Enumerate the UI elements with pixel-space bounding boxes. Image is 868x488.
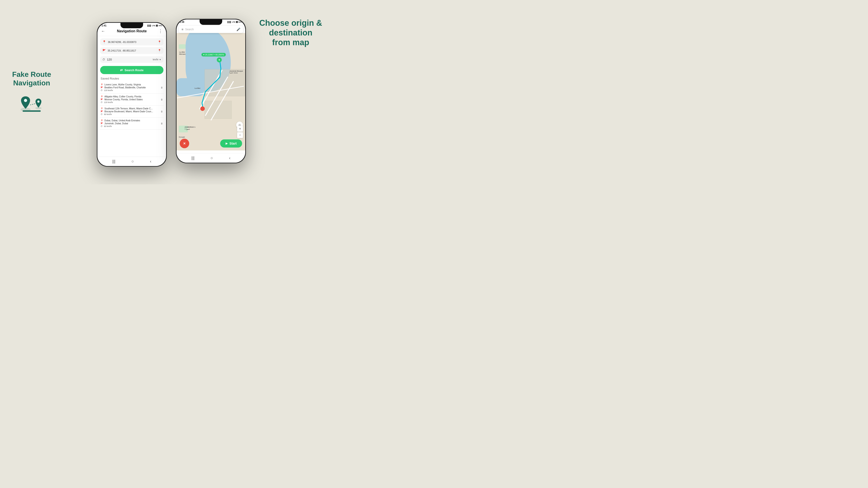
speed-icon-3: ⏱	[101, 125, 103, 127]
svg-point-3	[37, 100, 39, 103]
svg-rect-5	[23, 110, 41, 111]
route-svg	[177, 33, 245, 151]
nav-header: ← Navigation Route ⋮	[97, 27, 166, 36]
origin-pin-0: 📍	[101, 84, 103, 86]
speed-dropdown-icon[interactable]: ▼	[159, 59, 161, 61]
origin-pin-3: 📍	[101, 120, 103, 122]
route-dest-0: 🚩 Beatties Ford Road, Biddleville, Charl…	[101, 86, 163, 89]
route-icon	[7, 94, 57, 114]
search-text: Search	[185, 28, 235, 31]
more-button[interactable]: ⋮	[158, 29, 162, 34]
home-nav-2[interactable]: ○	[211, 156, 213, 160]
search-route-button[interactable]: ⇄ Search Route	[100, 66, 163, 74]
dest-flag-2: 🚩	[101, 110, 103, 113]
phone2-screen: 1:38 ▌▌▌ LTE ⬛ 84% ≡ Search 🎤	[177, 20, 245, 163]
map-time: 1:38	[180, 21, 184, 23]
speed-icon-0: ⏱	[101, 89, 103, 92]
zoom-in-button[interactable]: +	[237, 126, 243, 132]
origin-pin-1: 📍	[101, 96, 103, 98]
destination-clear-icon[interactable]: 📍	[158, 49, 161, 52]
screen-title: Navigation Route	[117, 29, 147, 33]
map-bottom-controls: × ▶ Start	[177, 136, 245, 151]
saved-routes-title: Saved Routes	[97, 76, 166, 82]
delete-icon-1[interactable]: 🗑	[161, 98, 163, 101]
search-route-icon: ⇄	[120, 68, 123, 72]
origin-clear-icon[interactable]: 📍	[158, 40, 161, 43]
jumeirah1-label: JUMEIRAH 1جميرا ١	[184, 126, 195, 130]
route-dest-1: 🚩 Monroe County, Florida, United States …	[101, 98, 163, 101]
destination-input-row[interactable]: 🚩 35.2411719, -80.8511617 📍	[100, 47, 163, 54]
dest-flag-1: 🚩	[101, 98, 103, 101]
home-nav[interactable]: ○	[131, 159, 134, 164]
origin-value: 36.9674299, -81.0333873	[108, 41, 156, 43]
pin-icon: 📍	[102, 40, 106, 43]
flag-icon: 🚩	[102, 49, 106, 52]
route-speed-0: ⏱ 120 km/hr	[101, 89, 163, 92]
status-icons: ▌▌▌ LTE ⬛ 70%	[148, 25, 162, 27]
route-origin-2: 📍 Southeast 12th Terrace, Miami, Miami-D…	[101, 107, 163, 110]
bottom-nav-2: ||| ○ ‹	[177, 153, 245, 163]
coords-label: 25.22867 • 55.25876	[202, 53, 226, 57]
phones-container: 1:41 ▌▌▌ LTE ⬛ 70% ← Navigation Route ⋮ …	[97, 22, 246, 167]
start-button[interactable]: ▶ Start	[220, 139, 242, 148]
notch	[121, 23, 143, 28]
back-nav[interactable]: ‹	[150, 159, 151, 164]
phone1-screen: 1:41 ▌▌▌ LTE ⬛ 70% ← Navigation Route ⋮ …	[97, 23, 166, 166]
destination-value: 35.2411719, -80.8511617	[107, 49, 156, 52]
route-speed-1: ⏱ 120 km/hr	[101, 101, 163, 103]
right-panel: Choose origin &destinationfrom map	[257, 18, 324, 47]
route-origin-3: 📍 Dubai, Dubai, United Arab Emirates	[101, 119, 163, 122]
map-area[interactable]: ♥ 📍 25.22867 • 55.25876 La MerMeraas Jum…	[177, 33, 245, 151]
microphone-icon[interactable]: 🎤	[237, 28, 240, 31]
svg-point-1	[24, 99, 27, 102]
delete-icon-2[interactable]: 🗑	[161, 110, 163, 113]
dest-flag-3: 🚩	[101, 123, 103, 125]
route-origin-0: 📍 Lovers Lane, Wythe County, Virginia	[101, 84, 163, 86]
map-search-bar[interactable]: ≡ Search 🎤	[179, 26, 243, 33]
speed-row[interactable]: ⏱ 120 km/hr ▼	[100, 56, 163, 63]
destination-pin: ♥	[217, 57, 222, 62]
menu-icon[interactable]: ≡	[182, 28, 183, 31]
route-item-2[interactable]: 📍 Southeast 12th Terrace, Miami, Miami-D…	[100, 105, 164, 118]
time: 1:41	[101, 24, 106, 27]
speed-icon-1: ⏱	[101, 101, 103, 103]
phone-map: 1:38 ▌▌▌ LTE ⬛ 84% ≡ Search 🎤	[176, 19, 246, 163]
map-status-bar: 1:38 ▌▌▌ LTE ⬛ 84%	[177, 20, 245, 23]
route-item-0[interactable]: 📍 Lovers Lane, Wythe County, Virginia 🚩 …	[100, 82, 164, 94]
map-status-icons: ▌▌▌ LTE ⬛ 84%	[228, 21, 242, 23]
delete-icon-0[interactable]: 🗑	[161, 86, 163, 89]
delete-icon-3[interactable]: 🗑	[161, 122, 163, 125]
cancel-button[interactable]: ×	[180, 139, 189, 148]
speed-value: 120	[107, 58, 151, 61]
speed-icon: ⏱	[102, 58, 105, 61]
left-heading: Fake Route Navigation	[7, 70, 57, 88]
dest-flag-0: 🚩	[101, 87, 103, 89]
back-button[interactable]: ←	[101, 29, 105, 34]
recent-nav-2[interactable]: |||	[191, 156, 195, 160]
route-item-3[interactable]: 📍 Dubai, Dubai, United Arab Emirates 🚩 J…	[100, 118, 164, 129]
start-label: Start	[229, 142, 237, 145]
jumeirah-mosque-label: Jumeirah Mosqueمسجد جميرا	[229, 70, 243, 74]
cancel-icon: ×	[183, 141, 186, 146]
zoom-controls: + −	[237, 126, 243, 138]
origin-pin-2: 📍	[101, 107, 103, 110]
back-nav-2[interactable]: ‹	[229, 156, 230, 160]
recent-nav[interactable]: |||	[112, 159, 116, 164]
route-speed-2: ⏱ 90 km/hr	[101, 113, 163, 116]
svg-line-4	[30, 103, 35, 105]
speed-icon-2: ⏱	[101, 113, 103, 116]
start-icon: ▶	[225, 142, 228, 145]
origin-pin-map: 📍	[200, 106, 205, 111]
route-dest-3: 🚩 Jumeirah, Dubai, Dubai 🗑	[101, 122, 163, 125]
origin-input-row[interactable]: 📍 36.9674299, -81.0333873 📍	[100, 38, 163, 45]
la-mer-2-label: La Mer	[195, 87, 200, 89]
bottom-nav-1: ||| ○ ‹	[97, 157, 166, 166]
left-panel: Fake Route Navigation	[7, 70, 57, 115]
route-dest-2: 🚩 Biscayne Boulevard, Miami, Miami-Dade …	[101, 110, 163, 113]
speed-unit: km/hr ▼	[153, 58, 161, 61]
right-heading: Choose origin &destinationfrom map	[257, 18, 324, 47]
la-mer-label: La MerMeraas	[179, 51, 186, 55]
route-speed-3: ⏱ 60 km/hr	[101, 125, 163, 127]
route-item-1[interactable]: 📍 Alligator Alley, Collier County, Flori…	[100, 94, 164, 105]
phone-navigation: 1:41 ▌▌▌ LTE ⬛ 70% ← Navigation Route ⋮ …	[97, 22, 167, 167]
